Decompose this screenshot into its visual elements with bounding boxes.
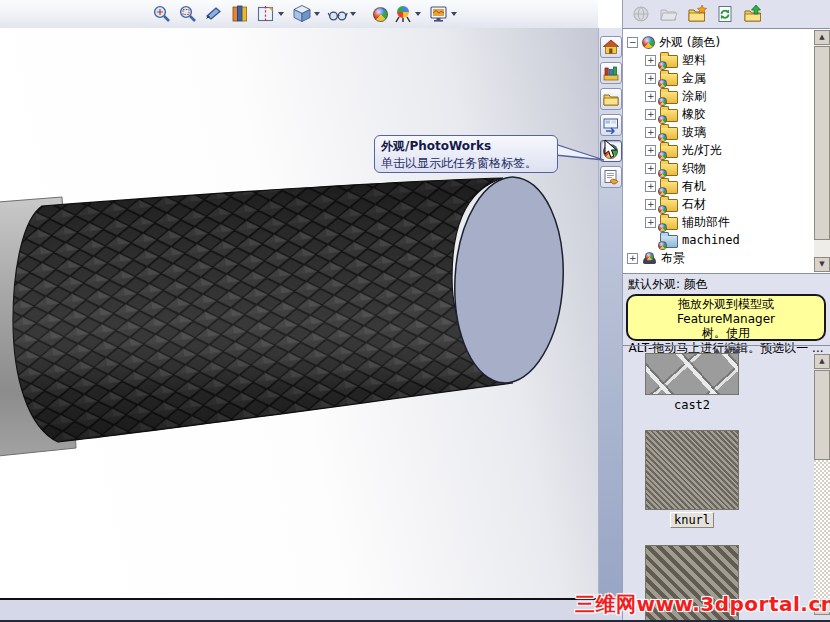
expand-toggle[interactable]	[645, 163, 656, 174]
expand-toggle[interactable]	[645, 73, 656, 84]
apply-scene-dropdown-caret[interactable]	[415, 12, 421, 16]
hide-show-dropdown-caret[interactable]	[350, 12, 356, 16]
default-appearance-label: 默认外观: 颜色	[623, 276, 830, 293]
tree-scrollbar[interactable]: ▲ ▼	[814, 30, 830, 272]
rotate-view-button[interactable]	[202, 2, 226, 26]
taskpane-toolbar	[623, 0, 830, 29]
thumbnail-knurl[interactable]	[645, 430, 739, 510]
appearance-sphere-icon	[373, 7, 388, 22]
solidworks-resources-tab[interactable]	[600, 36, 622, 58]
status-bar	[0, 598, 622, 622]
web-globe-icon-disabled	[631, 4, 651, 24]
draft-analysis-button[interactable]	[228, 2, 252, 26]
appearances-tree: 外观 (颜色) 塑料 金属 涂刷 橡胶	[623, 28, 830, 274]
tree-item-fabric[interactable]: 织物	[623, 159, 830, 177]
render-preview-button[interactable]	[427, 2, 461, 26]
file-explorer-tab[interactable]	[600, 88, 622, 110]
apply-scene-button[interactable]	[391, 2, 425, 26]
zoom-fit-icon	[151, 3, 173, 25]
view-palette-tab[interactable]	[600, 114, 622, 136]
knurled-cylinder-model[interactable]	[0, 28, 598, 598]
open-folder-icon-disabled	[659, 4, 679, 24]
tooltip-title: 外观/PhotoWorks	[381, 138, 551, 155]
expand-toggle[interactable]	[645, 91, 656, 102]
mouse-cursor	[604, 139, 618, 159]
refresh-button[interactable]	[715, 4, 735, 24]
expand-toggle[interactable]	[645, 199, 656, 210]
scrollbar-thumb[interactable]	[814, 370, 830, 460]
hide-show-items-button[interactable]	[326, 2, 360, 26]
tree-item-misc[interactable]: 辅助部件	[623, 213, 830, 231]
tree-item-rubber[interactable]: 橡胶	[623, 105, 830, 123]
new-folder-button[interactable]	[687, 4, 707, 24]
appearance-folder-icon	[660, 163, 678, 176]
home-icon	[602, 38, 620, 56]
appearance-folder-icon	[660, 199, 678, 212]
appearances-taskpane: 外观 (颜色) 塑料 金属 涂刷 橡胶	[622, 0, 830, 622]
appearance-thumbnails: cast2 knurl ▲ ▼	[623, 353, 830, 622]
expand-toggle[interactable]	[645, 145, 656, 156]
appearance-folder-icon	[660, 55, 678, 68]
appearance-folder-icon	[660, 181, 678, 194]
tree-item-metal[interactable]: 金属	[623, 69, 830, 87]
tree-item-plastic[interactable]: 塑料	[623, 51, 830, 69]
up-one-level-button[interactable]	[743, 4, 763, 24]
thumbnail-knurl-label: knurl	[645, 513, 739, 527]
section-view-button[interactable]	[254, 2, 288, 26]
tree-item-scenes[interactable]: 布景	[623, 249, 830, 267]
tree-item-organic[interactable]: 有机	[623, 177, 830, 195]
tree-item-appearances-root[interactable]: 外观 (颜色)	[623, 33, 830, 51]
expand-toggle[interactable]	[645, 181, 656, 192]
draft-analysis-icon	[229, 3, 251, 25]
cylinder-shading	[13, 178, 513, 442]
scrollbar-track[interactable]	[814, 460, 830, 600]
zoom-to-fit-button[interactable]	[150, 2, 174, 26]
display-style-cube-icon	[291, 3, 313, 25]
custom-properties-tab[interactable]	[600, 166, 622, 188]
design-library-tab[interactable]	[600, 62, 622, 84]
appearance-sphere-icon	[642, 36, 655, 49]
appearance-folder-icon	[660, 91, 678, 104]
tooltip-tail	[555, 140, 607, 168]
appearance-folder-icon	[660, 127, 678, 140]
thumbnails-scrollbar[interactable]: ▲ ▼	[814, 354, 830, 616]
display-style-button[interactable]	[290, 2, 324, 26]
collapse-toggle[interactable]	[627, 37, 638, 48]
design-library-icon	[602, 64, 620, 82]
view-toolbar	[0, 0, 598, 28]
open-appearance-folder-icon	[660, 235, 678, 248]
custom-properties-icon	[602, 168, 620, 186]
folder-icon	[602, 90, 620, 108]
drag-drop-hint-tooltip: 拖放外观到模型或 FeatureManager 树。使用 ALT-拖动马上进行编…	[626, 294, 826, 341]
render-preview-dropdown-caret[interactable]	[451, 12, 457, 16]
appearance-folder-icon	[660, 217, 678, 230]
tooltip-body: 单击以显示此任务窗格标签。	[381, 155, 551, 172]
zoom-area-icon	[177, 3, 199, 25]
graphics-viewport[interactable]	[0, 28, 598, 598]
expand-toggle[interactable]	[645, 127, 656, 138]
render-monitor-icon	[428, 3, 450, 25]
tree-item-lights[interactable]: 光/灯光	[623, 141, 830, 159]
scroll-up-button[interactable]: ▲	[814, 30, 830, 45]
scroll-up-button[interactable]: ▲	[814, 354, 830, 369]
tree-item-paint[interactable]: 涂刷	[623, 87, 830, 105]
thumbnail-cast2[interactable]	[645, 353, 739, 395]
expand-toggle[interactable]	[645, 109, 656, 120]
scene-sphere-icon	[392, 3, 414, 25]
scroll-down-button[interactable]: ▼	[814, 257, 830, 272]
tree-item-glass[interactable]: 玻璃	[623, 123, 830, 141]
watermark-text: 三维网www.3dportal.cn	[575, 591, 830, 618]
section-view-dropdown-caret[interactable]	[278, 12, 284, 16]
taskpane-tabstrip	[598, 28, 622, 598]
expand-toggle[interactable]	[645, 217, 656, 228]
edit-appearance-button[interactable]	[372, 2, 389, 26]
appearance-folder-icon	[660, 109, 678, 122]
display-style-dropdown-caret[interactable]	[314, 12, 320, 16]
expand-toggle[interactable]	[645, 55, 656, 66]
appearance-folder-icon	[660, 145, 678, 158]
zoom-to-area-button[interactable]	[176, 2, 200, 26]
tree-item-stone[interactable]: 石材	[623, 195, 830, 213]
tree-item-machined[interactable]: machined	[623, 231, 830, 249]
scrollbar-thumb[interactable]	[814, 46, 830, 240]
expand-toggle[interactable]	[627, 253, 638, 264]
